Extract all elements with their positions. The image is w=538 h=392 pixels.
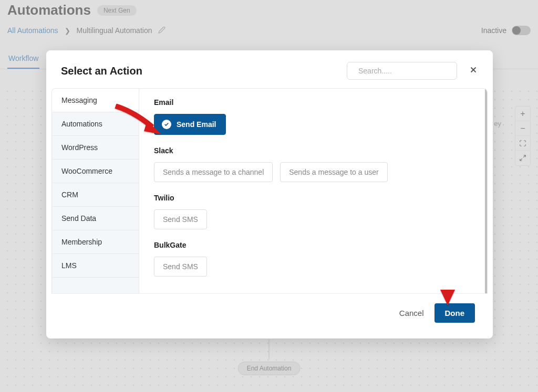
section-title-slack: Slack bbox=[154, 146, 470, 155]
action-slack-channel[interactable]: Sends a message to a channel bbox=[154, 162, 273, 182]
sidebar-item-lms[interactable]: LMS bbox=[52, 254, 139, 278]
action-slack-user[interactable]: Sends a message to a user bbox=[280, 162, 387, 182]
sidebar-item-wordpress[interactable]: WordPress bbox=[52, 136, 139, 160]
select-action-modal: Select an Action Messaging Automations W… bbox=[46, 50, 493, 338]
action-twilio-sms[interactable]: Send SMS bbox=[154, 209, 207, 229]
section-title-bulkgate: BulkGate bbox=[154, 241, 470, 249]
action-bulkgate-sms[interactable]: Send SMS bbox=[154, 257, 207, 277]
sidebar-item-woocommerce[interactable]: WooCommerce bbox=[52, 160, 139, 183]
done-button[interactable]: Done bbox=[434, 303, 475, 323]
sidebar-item-send-data[interactable]: Send Data bbox=[52, 207, 139, 230]
sidebar-item-crm[interactable]: CRM bbox=[52, 183, 139, 207]
modal-title: Select an Action bbox=[61, 65, 142, 77]
close-icon bbox=[469, 65, 478, 75]
cancel-button[interactable]: Cancel bbox=[399, 309, 424, 317]
sidebar-item-membership[interactable]: Membership bbox=[52, 230, 139, 254]
svg-point-0 bbox=[354, 71, 354, 71]
action-category-sidebar: Messaging Automations WordPress WooComme… bbox=[52, 89, 139, 293]
sidebar-item-messaging[interactable]: Messaging bbox=[52, 89, 139, 112]
search-box[interactable] bbox=[347, 62, 457, 80]
section-title-email: Email bbox=[154, 98, 470, 107]
close-button[interactable] bbox=[469, 65, 478, 77]
section-title-twilio: Twilio bbox=[154, 194, 470, 202]
action-send-email[interactable]: Send Email bbox=[154, 114, 226, 135]
search-input[interactable] bbox=[358, 67, 450, 75]
check-circle-icon bbox=[162, 120, 171, 129]
sidebar-item-automations[interactable]: Automations bbox=[52, 112, 139, 136]
search-icon bbox=[354, 67, 354, 75]
action-options-pane: Email Send Email Slack Sends a message t… bbox=[139, 89, 487, 293]
action-send-email-label: Send Email bbox=[177, 120, 216, 129]
